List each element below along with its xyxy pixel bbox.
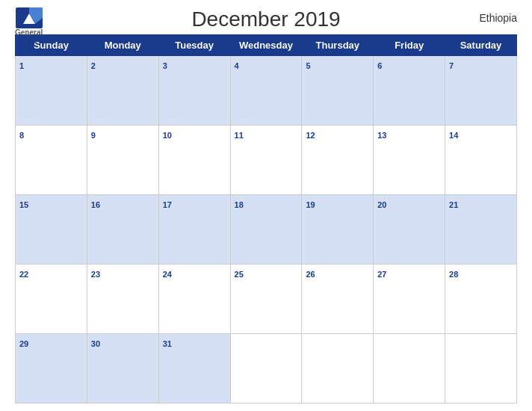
logo-general-text: General (15, 28, 43, 37)
table-row (374, 334, 445, 404)
day-number: 23 (91, 270, 100, 279)
header-friday: Friday (374, 35, 445, 56)
day-number: 4 (235, 61, 239, 70)
day-number: 8 (19, 131, 24, 140)
table-row: 21 (445, 195, 517, 265)
day-number: 12 (306, 131, 315, 140)
country-label: Ethiopia (479, 12, 517, 24)
table-row: 9 (87, 126, 158, 195)
table-row: 10 (158, 126, 230, 195)
table-row: 26 (302, 265, 374, 334)
day-number: 27 (377, 270, 386, 279)
calendar-table: Sunday Monday Tuesday Wednesday Thursday… (15, 34, 517, 404)
table-row: 19 (302, 195, 374, 265)
table-row (302, 334, 374, 404)
day-number: 11 (235, 131, 244, 140)
day-number: 22 (19, 270, 28, 279)
days-header-row: Sunday Monday Tuesday Wednesday Thursday… (16, 35, 517, 56)
day-number: 3 (163, 61, 167, 70)
table-row: 24 (158, 265, 230, 334)
day-number: 15 (19, 200, 28, 209)
calendar-week-row: 891011121314 (16, 126, 517, 195)
day-number: 14 (449, 131, 458, 140)
day-number: 13 (377, 131, 386, 140)
day-number: 10 (163, 131, 172, 140)
day-number: 21 (449, 200, 458, 209)
day-number: 1 (19, 61, 24, 70)
day-number: 19 (306, 200, 315, 209)
table-row: 18 (230, 195, 302, 265)
table-row: 27 (374, 265, 445, 334)
calendar-week-row: 293031 (16, 334, 517, 404)
day-number: 28 (449, 270, 458, 279)
table-row: 1 (16, 56, 87, 126)
calendar-week-row: 15161718192021 (16, 195, 517, 265)
table-row: 5 (302, 56, 374, 126)
day-number: 20 (377, 200, 386, 209)
calendar-week-row: 1234567 (16, 56, 517, 126)
header-tuesday: Tuesday (158, 35, 230, 56)
day-number: 5 (306, 61, 310, 70)
table-row: 22 (16, 265, 87, 334)
table-row: 28 (445, 265, 517, 334)
table-row: 31 (158, 334, 230, 404)
day-number: 31 (163, 339, 172, 348)
header-wednesday: Wednesday (230, 35, 302, 56)
day-number: 9 (91, 131, 96, 140)
day-number: 25 (235, 270, 244, 279)
day-number: 7 (449, 61, 454, 70)
table-row: 17 (158, 195, 230, 265)
table-row: 8 (16, 126, 87, 195)
header-monday: Monday (87, 35, 158, 56)
calendar-header: General Blue December 2019 Ethiopia (15, 7, 517, 31)
day-number: 24 (163, 270, 172, 279)
table-row: 16 (87, 195, 158, 265)
day-number: 2 (91, 61, 96, 70)
header-thursday: Thursday (302, 35, 374, 56)
table-row: 13 (374, 126, 445, 195)
day-number: 6 (377, 61, 382, 70)
header-saturday: Saturday (445, 35, 517, 56)
table-row: 20 (374, 195, 445, 265)
logo: General Blue (15, 7, 43, 45)
month-title: December 2019 (191, 7, 340, 31)
table-row: 30 (87, 334, 158, 404)
day-number: 18 (235, 200, 244, 209)
calendar-week-row: 22232425262728 (16, 265, 517, 334)
day-number: 29 (19, 339, 28, 348)
table-row: 4 (230, 56, 302, 126)
logo-blue-text: Blue (21, 37, 37, 45)
table-row: 15 (16, 195, 87, 265)
table-row: 23 (87, 265, 158, 334)
table-row: 25 (230, 265, 302, 334)
day-number: 17 (163, 200, 172, 209)
day-number: 30 (91, 339, 100, 348)
table-row (230, 334, 302, 404)
table-row: 14 (445, 126, 517, 195)
table-row: 6 (374, 56, 445, 126)
table-row: 3 (158, 56, 230, 126)
table-row: 29 (16, 334, 87, 404)
table-row (445, 334, 517, 404)
table-row: 2 (87, 56, 158, 126)
day-number: 26 (306, 270, 315, 279)
table-row: 7 (445, 56, 517, 126)
day-number: 16 (91, 200, 100, 209)
logo-icon (16, 7, 43, 28)
table-row: 12 (302, 126, 374, 195)
table-row: 11 (230, 126, 302, 195)
